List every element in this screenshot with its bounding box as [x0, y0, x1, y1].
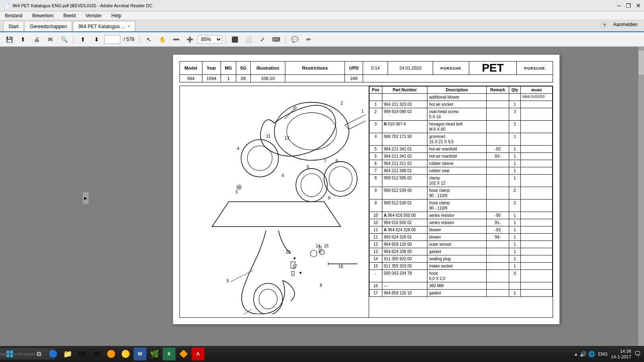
part-number: 964 211 341 02: [382, 153, 427, 160]
part-number: 911 355 323 00: [382, 263, 427, 270]
table-row: 14 911 355 922 00 sealing plug 1: [369, 255, 553, 263]
menu-bestand[interactable]: Bestand: [3, 12, 24, 19]
table-row: 13 964 624 338 00 gasket 1: [369, 248, 553, 255]
next-page-button[interactable]: ⬇: [91, 34, 103, 45]
part-remark: [486, 108, 509, 121]
tab-tools[interactable]: Gereedschappen: [25, 21, 72, 31]
separator-3: [225, 35, 226, 44]
minimize-button[interactable]: ─: [617, 2, 621, 9]
table-row: 7 964 211 348 01 rubber seal 1: [369, 167, 553, 175]
table-row: 6 964 211 311 02 rubber sleeve 1: [369, 160, 553, 167]
part-number: ---: [382, 282, 427, 290]
taskbar-icon-app2[interactable]: 🔶: [177, 348, 190, 360]
panel-toggle[interactable]: ▶: [83, 192, 89, 204]
taskbar-icon-excel[interactable]: X: [163, 348, 175, 360]
part-remark: [486, 187, 509, 200]
svg-line-23: [231, 270, 254, 282]
svg-rect-35: [292, 271, 294, 275]
val-restrictions: [285, 75, 345, 82]
taskbar-icon-acrobat[interactable]: A: [192, 348, 204, 360]
help-button[interactable]: ?: [600, 22, 608, 30]
read-mode-button[interactable]: ⌨: [270, 34, 282, 45]
menu-beeld[interactable]: Beeld: [62, 12, 77, 19]
comment-button[interactable]: 💬: [289, 34, 301, 45]
part-remark: [486, 263, 509, 270]
cursor-tool[interactable]: ↖: [143, 34, 155, 45]
part-pos: -: [369, 270, 382, 282]
taskbar-icon-word[interactable]: W: [134, 348, 147, 360]
taskbar-icon-mail[interactable]: ✉: [90, 348, 103, 360]
part-pos: 12: [369, 241, 382, 248]
part-number: 964 211 323 03: [382, 101, 427, 108]
svg-text:7: 7: [324, 159, 326, 163]
tray-up-arrow[interactable]: ▲: [574, 352, 578, 356]
page-total: / 578: [122, 37, 136, 42]
part-qty: 2: [509, 187, 521, 200]
save-button[interactable]: 💾: [3, 34, 15, 45]
email-button[interactable]: ✉: [44, 34, 56, 45]
part-remark: [486, 121, 509, 133]
svg-text:13: 13: [285, 136, 289, 140]
search-button[interactable]: 🔍: [58, 34, 70, 45]
svg-point-10: [329, 167, 352, 191]
notification-button[interactable]: 🗨: [634, 350, 641, 358]
part-model: [521, 270, 553, 282]
table-row: 11 993 624 328 01 blower 94- 1: [369, 234, 553, 241]
full-screen-button[interactable]: ⤢: [256, 34, 268, 45]
language-indicator[interactable]: ENG: [598, 352, 608, 356]
part-description: blower: [427, 234, 487, 241]
fit-width-button[interactable]: ⬜: [243, 34, 255, 45]
part-pos: 1: [369, 101, 382, 108]
part-model: [521, 255, 553, 263]
zoom-out-button[interactable]: ➖: [170, 34, 182, 45]
part-number: 964 659 120 10: [382, 290, 427, 297]
taskbar-icon-browser2[interactable]: 🟠: [105, 348, 118, 360]
clock[interactable]: 14:38 14-1-2017: [611, 348, 631, 360]
upload-button[interactable]: ⬆: [17, 34, 29, 45]
taskbar-icon-edge[interactable]: 🔵: [47, 348, 60, 360]
part-remark: [486, 290, 509, 297]
header-restrictions-label: Restrictions: [285, 62, 345, 75]
taskbar-icon-media[interactable]: 🟡: [119, 348, 132, 360]
taskbar-icon-green[interactable]: 🌿: [148, 348, 161, 360]
part-pos: 2: [369, 108, 382, 121]
maximize-button[interactable]: ❐: [626, 2, 631, 9]
tab-close-button[interactable]: ×: [128, 24, 130, 29]
taskbar-icon-store[interactable]: 🛍: [76, 348, 89, 360]
login-button[interactable]: Aanmelden: [613, 22, 638, 30]
page-number-input[interactable]: 86: [104, 35, 120, 44]
part-model: [521, 108, 553, 121]
zoom-select[interactable]: 50% 75% 85% 100% 125% 150% 200%: [198, 35, 222, 44]
print-button[interactable]: 🖨: [31, 34, 43, 45]
prev-page-button[interactable]: ⬆: [77, 34, 89, 45]
tab-document[interactable]: 964 PET Katalogus ... ×: [73, 21, 135, 31]
part-pos: 14: [369, 255, 382, 263]
part-remark: [486, 175, 509, 187]
hand-tool[interactable]: ✋: [157, 34, 169, 45]
tray-speaker[interactable]: 🔊: [580, 351, 586, 357]
part-model: [521, 146, 553, 153]
tab-start[interactable]: Start: [3, 21, 24, 31]
svg-point-21: [259, 289, 277, 309]
pdf-page: Model Year MG SG Illustration Restrictio…: [173, 55, 559, 324]
part-model: [521, 248, 553, 255]
part-remark: -93: [486, 226, 509, 234]
taskbar-search[interactable]: [18, 348, 31, 360]
tray-network[interactable]: 🌐: [588, 351, 595, 357]
part-description: hot air socket: [427, 101, 487, 108]
menu-bewerken[interactable]: Bewerken: [31, 12, 55, 19]
menu-help[interactable]: Help: [110, 12, 123, 19]
task-view-button[interactable]: ⧉: [32, 348, 45, 360]
zoom-in-button[interactable]: ➕: [184, 34, 196, 45]
pdf-viewer[interactable]: Model Year MG SG Illustration Restrictio…: [89, 47, 644, 349]
part-number: 964 211 348 01: [382, 167, 427, 175]
draw-button[interactable]: ✏: [303, 34, 315, 45]
close-button[interactable]: ✕: [636, 2, 641, 9]
fit-page-button[interactable]: ⬛: [229, 34, 241, 45]
table-row: 4 999 702 171 50 grommet15 X 21 X 9,5 1: [369, 133, 553, 146]
scrollbar-thumb[interactable]: [638, 51, 644, 75]
pet-logo: PET: [469, 62, 516, 75]
menu-venster[interactable]: Venster: [84, 12, 103, 19]
taskbar-icon-folder[interactable]: 📁: [61, 348, 74, 360]
scrollbar[interactable]: [638, 47, 644, 349]
